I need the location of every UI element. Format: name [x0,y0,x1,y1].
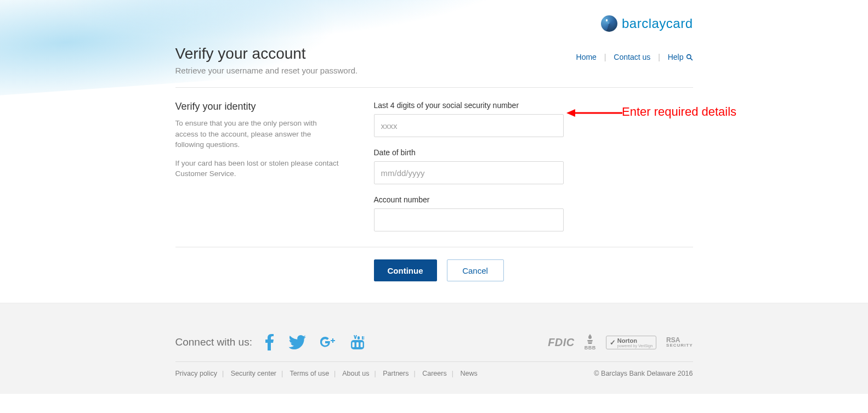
nav-contact[interactable]: Contact us [614,53,650,61]
link-privacy[interactable]: Privacy policy [175,370,217,377]
link-careers[interactable]: Careers [422,370,446,377]
brand-mark-icon [601,15,617,32]
brand-logo: barclaycard [601,15,693,32]
svg-rect-5 [352,342,354,347]
footer-divider [175,361,693,362]
footer: Connect with us: FDI [0,303,868,394]
copyright: © Barclays Bank Delaware 2016 [594,370,693,377]
bbb-torch-icon [586,334,594,345]
twitter-icon[interactable] [288,335,306,349]
norton-badge: ✓ Nortonpowered by VeriSign [606,336,656,349]
fdic-badge: FDIC [548,336,575,349]
svg-rect-7 [360,342,362,347]
identity-para-1: To ensure that you are the only person w… [175,118,340,150]
nav-help-label: Help [668,53,684,61]
link-security[interactable]: Security center [231,370,276,377]
checkmark-icon: ✓ [610,338,616,347]
rsa-badge: RSA SECURITY [666,337,693,348]
top-nav: Home | Contact us | Help [576,53,693,63]
rsa-badge-sublabel: SECURITY [666,343,693,348]
dob-label: Date of birth [374,148,564,157]
link-terms[interactable]: Terms of use [290,370,330,377]
bbb-badge: BBB [585,334,596,350]
search-icon [686,54,693,63]
annotation-text: Enter required details [622,104,736,120]
brand-name: barclaycard [622,16,693,31]
cancel-button[interactable]: Cancel [447,259,504,281]
nav-separator: | [604,53,606,61]
dob-input[interactable] [374,161,564,184]
norton-badge-label: Norton [617,337,637,344]
link-news[interactable]: News [460,370,477,377]
svg-rect-6 [356,342,359,347]
link-about[interactable]: About us [342,370,369,377]
header-divider [175,87,693,88]
svg-line-1 [690,58,692,60]
nav-help[interactable]: Help [668,53,693,61]
annotation-text-label: Enter required details [622,105,736,118]
ssn-label: Last 4 digits of your social security nu… [374,101,564,110]
youtube-icon[interactable] [351,335,364,349]
facebook-icon[interactable] [264,334,274,350]
identity-para-2: If your card has been lost or stolen ple… [175,158,340,179]
ssn-input[interactable] [374,114,564,137]
nav-separator: | [658,53,660,61]
link-partners[interactable]: Partners [383,370,409,377]
identity-heading: Verify your identity [175,101,340,112]
legal-links: Privacy policy| Security center| Terms o… [175,370,478,377]
google-plus-icon[interactable] [320,335,337,349]
nav-home[interactable]: Home [576,53,597,61]
page-subtitle: Retrieve your username and reset your pa… [175,66,693,75]
form-divider [175,247,693,247]
bbb-badge-label: BBB [585,345,596,350]
continue-button[interactable]: Continue [374,259,437,281]
acct-input[interactable] [374,208,564,231]
connect-label: Connect with us: [175,336,252,348]
acct-label: Account number [374,195,564,204]
